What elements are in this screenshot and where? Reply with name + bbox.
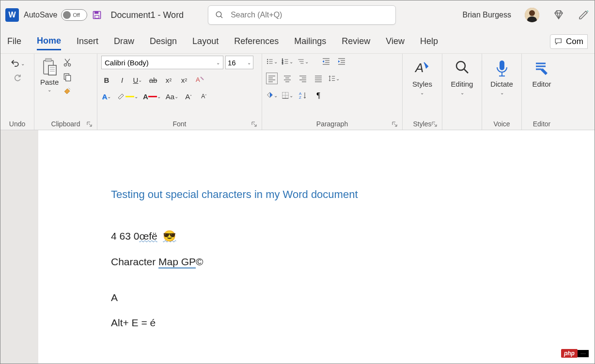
align-center-button[interactable]: [282, 73, 293, 84]
tab-draw[interactable]: Draw: [114, 33, 134, 49]
dialog-launcher-icon[interactable]: [86, 121, 93, 128]
line-spacing-button[interactable]: ⌄: [328, 73, 340, 84]
svg-rect-10: [48, 65, 56, 75]
font-color-button[interactable]: A⌄: [143, 91, 161, 102]
svg-point-3: [216, 12, 221, 17]
editing-group: Editing ⌄: [442, 54, 482, 130]
diamond-icon[interactable]: [553, 9, 564, 21]
paste-button[interactable]: Paste ⌄: [38, 56, 61, 94]
autosave-toggle[interactable]: Off: [61, 9, 87, 21]
italic-button[interactable]: I: [117, 74, 127, 86]
document-heading: Testing out special characters in my Wor…: [111, 188, 522, 201]
tab-file[interactable]: File: [7, 33, 21, 49]
paragraph-group-label: Paragraph: [266, 119, 398, 129]
tab-mailings[interactable]: Mailings: [294, 33, 326, 49]
font-size-select[interactable]: 16⌄: [225, 56, 253, 69]
multilevel-list-button[interactable]: ⌄: [297, 56, 309, 67]
comments-button[interactable]: Com: [550, 34, 588, 49]
superscript-button[interactable]: x2: [179, 74, 189, 86]
document-line-4: Alt+ E = é: [111, 317, 522, 329]
voice-group-label: Voice: [486, 119, 517, 129]
font-family-select[interactable]: Calibri (Body)⌄: [101, 56, 223, 69]
chevron-down-icon: ⌄: [420, 90, 424, 95]
shrink-font-button[interactable]: A˅: [199, 91, 209, 102]
svg-point-68: [456, 61, 465, 70]
editor-button[interactable]: Editor: [527, 56, 556, 91]
chevron-down-icon: ⌄: [500, 90, 504, 95]
save-button[interactable]: [92, 10, 102, 20]
repeat-button[interactable]: [13, 73, 22, 83]
align-right-button[interactable]: [297, 73, 309, 84]
text-effects-button[interactable]: A⌄: [101, 91, 112, 102]
pen-icon[interactable]: [578, 9, 590, 21]
avatar[interactable]: [525, 8, 539, 22]
styles-button[interactable]: A Styles ⌄: [407, 56, 437, 98]
sort-button[interactable]: AZ: [297, 90, 309, 101]
tab-review[interactable]: Review: [342, 33, 370, 49]
format-painter-button[interactable]: [63, 87, 72, 96]
tab-insert[interactable]: Insert: [77, 33, 98, 49]
undo-button[interactable]: ⌄: [10, 59, 25, 68]
svg-point-14: [64, 64, 67, 66]
user-area: Brian Burgess: [463, 8, 590, 22]
font-group: Calibri (Body)⌄ 16⌄ B I U⌄ ab x2 x2 A A⌄…: [97, 54, 262, 130]
tab-references[interactable]: References: [234, 33, 279, 49]
copy-button[interactable]: [63, 72, 72, 82]
editor-group: Editor Editor: [522, 54, 562, 130]
increase-indent-button[interactable]: [336, 56, 347, 67]
shading-button[interactable]: ⌄: [266, 90, 278, 101]
decrease-indent-button[interactable]: [320, 56, 332, 67]
grow-font-button[interactable]: A˄: [183, 91, 194, 102]
autosave-control: AutoSave Off: [24, 9, 87, 21]
tab-view[interactable]: View: [386, 33, 405, 49]
bold-button[interactable]: B: [101, 74, 112, 86]
cut-button[interactable]: [63, 58, 72, 67]
numbering-button[interactable]: 123⌄: [282, 56, 293, 67]
svg-line-4: [220, 16, 222, 18]
voice-group: Dictate ⌄ Voice: [482, 54, 522, 130]
tab-help[interactable]: Help: [420, 33, 438, 49]
svg-point-15: [68, 64, 71, 66]
underline-button[interactable]: U⌄: [132, 74, 143, 86]
editing-group-label: [446, 127, 478, 129]
dictate-button[interactable]: Dictate ⌄: [485, 56, 518, 98]
document-line-3: A: [111, 292, 522, 303]
navigation-gutter: [0, 130, 38, 364]
bullets-button[interactable]: ⌄: [266, 56, 278, 67]
search-input[interactable]: [231, 11, 389, 19]
align-left-button[interactable]: [266, 73, 278, 84]
document-line-1: 4 63 0œfë 😎: [111, 230, 522, 243]
undo-group-label: Undo: [4, 119, 30, 129]
svg-text:3: 3: [282, 62, 283, 65]
tab-home[interactable]: Home: [37, 33, 61, 50]
borders-button[interactable]: ⌄: [282, 90, 293, 101]
document-line-2: Character Map GP©: [111, 256, 522, 268]
highlight-button[interactable]: ⌄: [117, 91, 138, 102]
svg-point-21: [267, 61, 268, 62]
toggle-knob: [63, 11, 71, 19]
styles-group: A Styles ⌄ Styles: [403, 54, 442, 130]
document-page[interactable]: Testing out special characters in my Wor…: [38, 130, 595, 364]
clipboard-group-label: Clipboard: [38, 119, 93, 129]
justify-button[interactable]: [313, 73, 324, 84]
strikethrough-button[interactable]: ab: [148, 74, 158, 86]
search-icon: [215, 11, 224, 19]
cn-badge: ····: [578, 350, 589, 357]
dialog-launcher-icon[interactable]: [431, 121, 438, 128]
title-bar: W AutoSave Off Document1 - Word Brian Bu…: [0, 0, 595, 30]
svg-text:A: A: [196, 76, 200, 83]
tab-design[interactable]: Design: [150, 33, 177, 49]
dialog-launcher-icon[interactable]: [251, 121, 258, 128]
search-box[interactable]: [208, 5, 396, 25]
show-hide-button[interactable]: ¶: [313, 90, 324, 101]
svg-rect-1: [94, 12, 98, 14]
dialog-launcher-icon[interactable]: [391, 121, 398, 128]
change-case-button[interactable]: Aa⌄: [166, 91, 178, 102]
editing-button[interactable]: Editing ⌄: [446, 56, 478, 98]
svg-rect-70: [500, 61, 504, 70]
clear-formatting-button[interactable]: A: [194, 74, 205, 86]
chevron-down-icon: ⌄: [47, 87, 51, 92]
tab-layout[interactable]: Layout: [192, 33, 219, 49]
subscript-button[interactable]: x2: [163, 74, 174, 86]
clipboard-group: Paste ⌄ Clipboard: [34, 54, 97, 130]
